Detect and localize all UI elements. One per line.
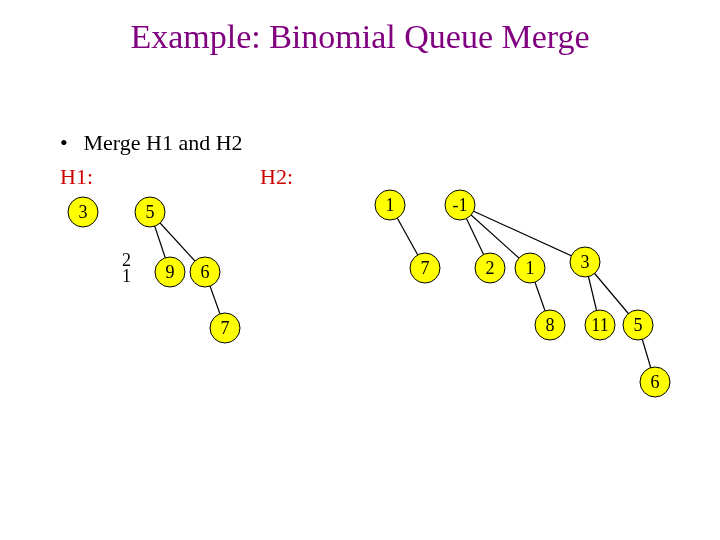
node-label: 6	[201, 262, 210, 282]
node-label: 3	[79, 202, 88, 222]
node-label: 5	[634, 315, 643, 335]
node-label: -1	[453, 195, 468, 215]
node-label: 6	[651, 372, 660, 392]
node-label: 2	[486, 258, 495, 278]
node-label: 11	[591, 315, 608, 335]
edge	[460, 205, 585, 262]
node-label: 7	[221, 318, 230, 338]
node-label: 1	[526, 258, 535, 278]
node-label: 3	[581, 252, 590, 272]
node-label: 7	[421, 258, 430, 278]
node-label: 1	[386, 195, 395, 215]
diagram-svg: 3 5 9 6 7 1 7 -1 2 1 3 8 11 5 6	[0, 0, 720, 540]
node-label: 9	[166, 262, 175, 282]
node-label: 5	[146, 202, 155, 222]
node-label: 8	[546, 315, 555, 335]
